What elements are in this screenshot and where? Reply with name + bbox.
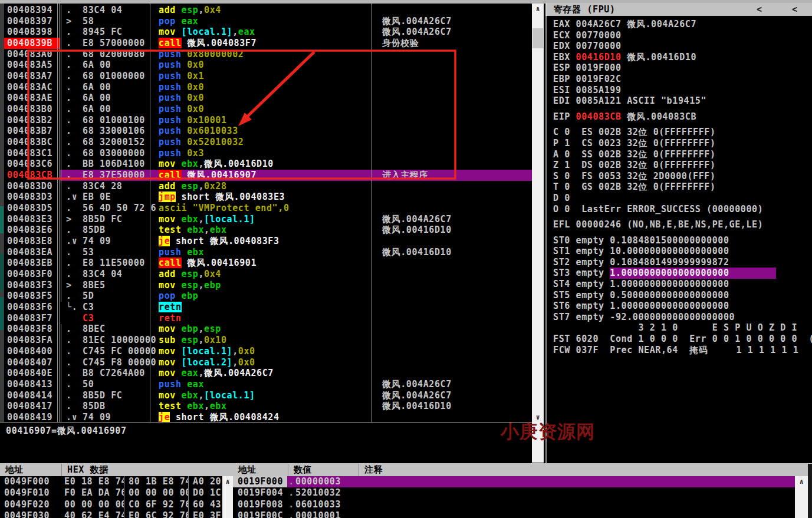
disasm-scrollbar[interactable]: ∧ ∨ (532, 4, 544, 463)
disasm-row[interactable]: 004083F5.5Dpop ebp (4, 291, 532, 302)
scroll-up-button[interactable]: ∧ (222, 476, 233, 486)
disasm-row[interactable]: 004083B0.6A 00push 0x0 (4, 104, 532, 115)
register-line[interactable]: EFL 00000246 (NO,NB,E,BE,NS,PE,GE,LE) (547, 219, 812, 230)
address-cell[interactable]: 004083A5 (4, 60, 60, 71)
disasm-row[interactable]: 004083BC.68 32000152push 0x52010032 (4, 137, 532, 148)
disasm-row[interactable]: 00408397>58pop eax微风.004A26C7 (4, 16, 532, 27)
register-line[interactable]: ST2 empty 0.1084801499999999872 (547, 257, 812, 268)
register-line[interactable]: ECX 00770000 (547, 30, 812, 41)
disasm-row[interactable]: 004083EB.E8 11E50000call 微风.00416901 (4, 258, 532, 269)
register-line[interactable]: ST7 empty -92.000000000000000000 (547, 312, 812, 323)
address-cell[interactable]: 004083C1 (4, 148, 60, 159)
disasm-row[interactable]: 004083B2.68 01000100push 0x10001 (4, 115, 532, 126)
address-cell[interactable]: 004083E8 (4, 236, 60, 247)
register-line[interactable]: D 0 (547, 193, 812, 204)
disasm-row[interactable]: 004083B7.68 33000106push 0x6010033 (4, 126, 532, 137)
register-line[interactable]: EIP 004083CB 微风.004083CB (547, 111, 812, 123)
address-cell[interactable]: 004083A7 (4, 71, 60, 82)
address-cell[interactable]: 00408394 (4, 5, 60, 16)
address-cell[interactable]: 004083AC (4, 82, 60, 93)
disasm-row[interactable]: 0040840E.B8 C7264A00mov eax,微风.004A26C7 (4, 368, 532, 379)
address-cell[interactable]: 00408413 (4, 379, 60, 390)
stack-header-address[interactable]: 地址 (233, 464, 288, 476)
address-cell[interactable]: 00408407 (4, 357, 60, 368)
register-line[interactable]: EDX 00770000 (547, 41, 812, 52)
disasm-row[interactable]: 004083FA.81EC 10000000sub esp,0x10 (4, 335, 532, 346)
disasm-row[interactable]: 004083F8.8BECmov ebp,esp (4, 324, 532, 335)
address-cell[interactable]: 00408398 (4, 27, 60, 38)
register-line[interactable]: 3 2 1 0 E S P U O Z D I (547, 322, 812, 334)
disasm-row[interactable]: 004083C6.BB 106D4100mov ebx,微风.00416D10 (4, 159, 532, 170)
address-cell[interactable]: 00408419 (4, 412, 60, 422)
disasm-row[interactable]: 004083E8.∨74 09je short 微风.004083F3 (4, 236, 532, 247)
register-line[interactable]: ST0 empty 0.1084801500000000000 (547, 235, 812, 246)
disasm-row[interactable]: 004083F7C3retn (4, 313, 532, 324)
dump-row[interactable]: 0049F010F0 EA DA 7600 00 00 00D0 1C (0, 487, 222, 499)
register-line[interactable]: ST4 empty 1.0000000000000000000 (547, 279, 812, 290)
disasm-row[interactable]: 004083D5.56 4D 50 72 6F 74ascii "VMProte… (4, 203, 532, 214)
address-cell[interactable]: 00408397 (4, 16, 60, 27)
address-cell[interactable]: 004083B2 (4, 115, 60, 126)
address-cell[interactable]: 00408400 (4, 346, 60, 357)
address-cell[interactable]: 004083E3 (4, 214, 60, 225)
register-line[interactable]: C 0 ES 002B 32位 0(FFFFFFFF) (547, 127, 812, 138)
address-cell[interactable]: 004083EA (4, 247, 60, 258)
register-line[interactable]: S 0 FS 0053 32位 2D0000(FFF) (547, 171, 812, 182)
address-cell[interactable]: 004083F3 (4, 280, 60, 291)
dump-header-hexdata[interactable]: HEX 数据 (62, 464, 222, 476)
collapse-chevron-right[interactable]: < (792, 3, 798, 16)
disasm-row[interactable]: 004083A0.68 02000080push 0x80000002 (4, 49, 532, 60)
address-cell[interactable]: 004083F5 (4, 291, 60, 302)
address-cell[interactable]: 004083EB (4, 258, 60, 269)
disasm-row[interactable]: 00408419.∨74 09je short 微风.00408424 (4, 412, 532, 422)
disasm-row[interactable]: 00408394.83C4 04add esp,0x4 (4, 5, 532, 16)
disasm-row[interactable]: 00408417.85DBtest ebx,ebx微风.00416D10 (4, 401, 532, 412)
address-cell[interactable]: 004083D0 (4, 181, 60, 192)
disasm-row[interactable]: 004083A5.6A 00push 0x0 (4, 60, 532, 71)
address-cell[interactable]: 004083CB (4, 170, 60, 181)
register-line[interactable]: EBP 0019F02C (547, 74, 812, 85)
register-line[interactable]: T 0 GS 002B 32位 0(FFFFFFFF) (547, 182, 812, 193)
address-cell[interactable]: 00408417 (4, 401, 60, 412)
address-cell[interactable]: 004083B0 (4, 104, 60, 115)
disasm-row[interactable]: 004083E6.85DBtest ebx,ebx微风.00416D10 (4, 225, 532, 236)
dump-scrollbar[interactable]: ∧ (222, 476, 233, 518)
register-line[interactable]: ESI 0085A199 (547, 85, 812, 96)
address-cell[interactable]: 0040839B (4, 38, 60, 49)
scroll-up-button[interactable]: ∧ (532, 4, 544, 14)
address-cell[interactable]: 004083C6 (4, 159, 60, 170)
disasm-row[interactable]: 004083F3>8BE5mov esp,ebp (4, 280, 532, 291)
dump-header-address[interactable]: 地址 (0, 464, 62, 476)
disasm-row[interactable]: 004083E3>8B5D FCmov ebx,[local.1]微风.004A… (4, 214, 532, 225)
address-cell[interactable]: 004083A0 (4, 49, 60, 60)
register-line[interactable]: ST6 empty 1.0000000000000000000 (547, 301, 812, 312)
register-line[interactable]: EBX 00416D10 微风.00416D10 (547, 52, 812, 63)
address-cell[interactable]: 004083D5 (4, 203, 60, 214)
column-divider[interactable] (150, 4, 150, 422)
stack-row[interactable]: 0019F004.52010032 (233, 487, 795, 499)
address-cell[interactable]: 004083F8 (4, 324, 60, 335)
address-cell[interactable]: 004083F7 (4, 313, 60, 324)
register-line[interactable]: ST5 empty 0.5000000000000000000 (547, 290, 812, 301)
disasm-row[interactable]: 00408413.50push eax微风.004A26C7 (4, 379, 532, 390)
registers-panel[interactable]: EAX 004A26C7 微风.004A26C7ECX 00770000EDX … (545, 16, 812, 463)
disasm-row[interactable]: 004083AE.6A 00push 0x0 (4, 93, 532, 104)
disasm-row[interactable]: 004083EA.53push ebx微风.00416D10 (4, 247, 532, 258)
address-cell[interactable]: 004083AE (4, 93, 60, 104)
register-line[interactable]: EAX 004A26C7 微风.004A26C7 (547, 19, 812, 30)
register-line[interactable]: ST3 empty 1.0000000000000000000 (547, 268, 812, 279)
register-line[interactable]: A 0 SS 002B 32位 0(FFFFFFFF) (547, 149, 812, 160)
disasm-row[interactable]: 00408400.C745 FC 00000000mov [local.1],0… (4, 346, 532, 357)
scrollbar-thumb[interactable] (532, 28, 543, 48)
scroll-up-button[interactable]: ∧ (795, 476, 808, 486)
disasm-row[interactable]: 004083A7.68 01000000push 0x1 (4, 71, 532, 82)
disasm-row[interactable]: 004083C1.68 03000000push 0x3 (4, 148, 532, 159)
address-cell[interactable]: 0040840E (4, 368, 60, 379)
stack-row[interactable]: 0019F008.06010033 (233, 499, 795, 510)
disasm-row[interactable]: 00408414.8B5D FCmov ebx,[local.1]微风.004A… (4, 390, 532, 401)
register-line[interactable]: FCW 037F Prec NEAR,64 掩码 1 1 1 1 1 1 (547, 345, 812, 356)
disasm-row[interactable]: 004083F6└.C3retn (4, 302, 532, 313)
stack-header-value[interactable]: 数值 (288, 464, 359, 476)
address-cell[interactable]: 004083B7 (4, 126, 60, 137)
stack-row[interactable]: 0019F000.00000003 (233, 476, 795, 487)
